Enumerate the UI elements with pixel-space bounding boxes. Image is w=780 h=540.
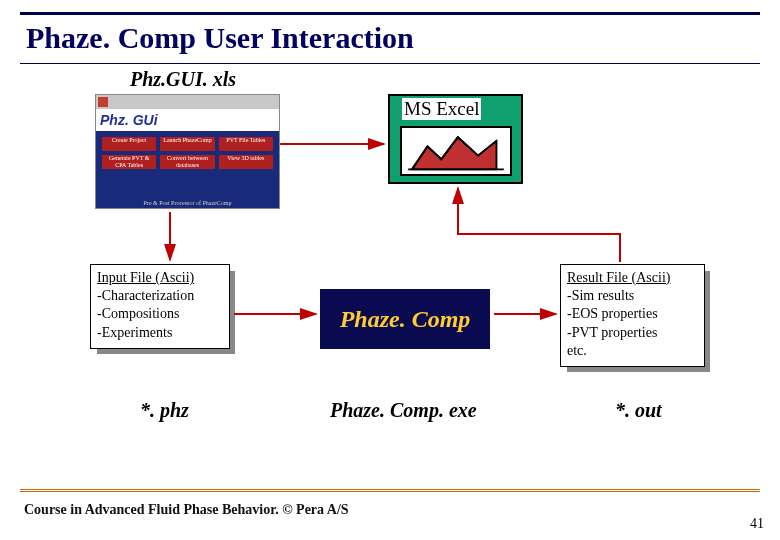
excel-chart-icon	[400, 126, 512, 176]
result-file-item: etc.	[567, 342, 698, 360]
result-file-box: Result File (Ascii) -Sim results -EOS pr…	[560, 264, 705, 367]
phzgui-button: PVT File Tables	[219, 137, 273, 151]
phzgui-button: Create Project	[102, 137, 156, 151]
phzgui-caption: Pre & Post Processor of PhazeComp	[96, 200, 279, 206]
phzgui-button: Launch PhazeComp	[160, 137, 214, 151]
engine-name: Phaze. Comp	[340, 306, 471, 333]
phzgui-button: Convert between databases	[160, 155, 214, 169]
input-file-box: Input File (Ascii) -Characterization -Co…	[90, 264, 230, 349]
result-file-item: -Sim results	[567, 287, 698, 305]
phzgui-button: View 3D tables	[219, 155, 273, 169]
phzgui-app-title: Phz. GUi	[100, 112, 158, 128]
result-file-ext: *. out	[615, 399, 662, 422]
slide-title: Phaze. Comp User Interaction	[26, 21, 760, 55]
footer-text: Course in Advanced Fluid Phase Behavior.…	[24, 502, 349, 518]
input-file-item: -Experiments	[97, 324, 223, 342]
page-number: 41	[750, 516, 764, 532]
phzgui-screenshot: Phz. GUi Create Project Launch PhazeComp…	[95, 94, 280, 209]
title-bar: Phaze. Comp User Interaction	[20, 12, 760, 64]
engine-exe-label: Phaze. Comp. exe	[330, 399, 477, 422]
phzgui-filename-label: Phz.GUI. xls	[130, 68, 236, 91]
input-file-item: -Characterization	[97, 287, 223, 305]
excel-label: MS Excel	[402, 98, 481, 120]
engine-box: Phaze. Comp	[320, 289, 490, 349]
input-file-ext: *. phz	[140, 399, 189, 422]
phzgui-button: Generate PVT & CPA Tables	[102, 155, 156, 169]
result-file-item: -EOS properties	[567, 305, 698, 323]
input-file-heading: Input File (Ascii)	[97, 269, 223, 287]
app-logo-icon	[98, 97, 108, 107]
result-file-item: -PVT properties	[567, 324, 698, 342]
input-file-item: -Compositions	[97, 305, 223, 323]
diagram-canvas: Phz.GUI. xls Phz. GUi Create Project Lau…	[0, 64, 780, 464]
result-file-heading: Result File (Ascii)	[567, 269, 698, 287]
footer-rule	[20, 489, 760, 492]
